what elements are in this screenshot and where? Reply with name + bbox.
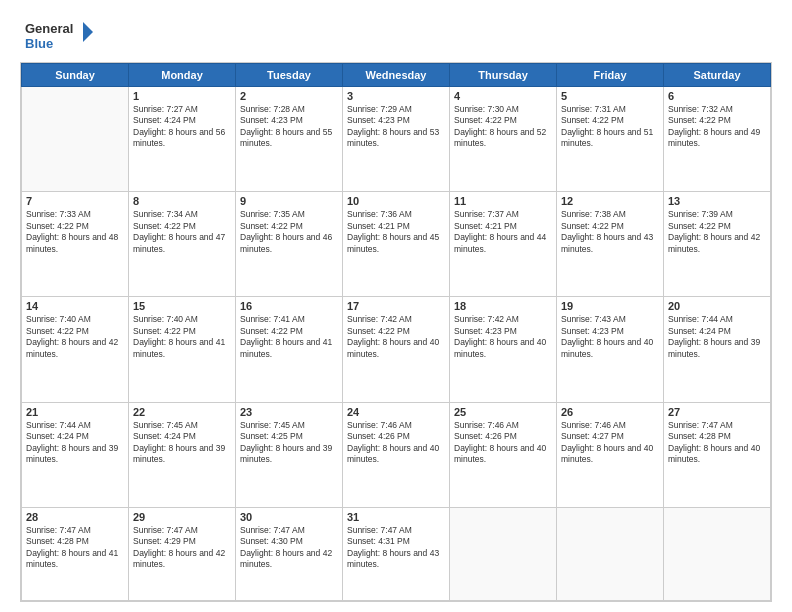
day-header-thursday: Thursday	[450, 64, 557, 87]
header-row: SundayMondayTuesdayWednesdayThursdayFrid…	[22, 64, 771, 87]
cell-details: Sunrise: 7:47 AMSunset: 4:28 PMDaylight:…	[26, 525, 124, 571]
cal-cell: 22Sunrise: 7:45 AMSunset: 4:24 PMDayligh…	[129, 402, 236, 507]
cell-details: Sunrise: 7:45 AMSunset: 4:24 PMDaylight:…	[133, 420, 231, 466]
day-number: 31	[347, 511, 445, 523]
day-number: 18	[454, 300, 552, 312]
day-number: 8	[133, 195, 231, 207]
day-number: 23	[240, 406, 338, 418]
cell-details: Sunrise: 7:40 AMSunset: 4:22 PMDaylight:…	[133, 314, 231, 360]
day-header-saturday: Saturday	[664, 64, 771, 87]
day-number: 2	[240, 90, 338, 102]
cell-details: Sunrise: 7:43 AMSunset: 4:23 PMDaylight:…	[561, 314, 659, 360]
cal-cell: 30Sunrise: 7:47 AMSunset: 4:30 PMDayligh…	[236, 507, 343, 600]
cal-cell: 28Sunrise: 7:47 AMSunset: 4:28 PMDayligh…	[22, 507, 129, 600]
cell-details: Sunrise: 7:45 AMSunset: 4:25 PMDaylight:…	[240, 420, 338, 466]
logo-icon: General Blue	[20, 18, 100, 54]
cal-cell: 7Sunrise: 7:33 AMSunset: 4:22 PMDaylight…	[22, 192, 129, 297]
day-number: 26	[561, 406, 659, 418]
cell-details: Sunrise: 7:30 AMSunset: 4:22 PMDaylight:…	[454, 104, 552, 150]
cell-details: Sunrise: 7:33 AMSunset: 4:22 PMDaylight:…	[26, 209, 124, 255]
cal-cell: 21Sunrise: 7:44 AMSunset: 4:24 PMDayligh…	[22, 402, 129, 507]
cell-details: Sunrise: 7:34 AMSunset: 4:22 PMDaylight:…	[133, 209, 231, 255]
cal-cell: 16Sunrise: 7:41 AMSunset: 4:22 PMDayligh…	[236, 297, 343, 402]
cal-cell: 3Sunrise: 7:29 AMSunset: 4:23 PMDaylight…	[343, 87, 450, 192]
day-header-tuesday: Tuesday	[236, 64, 343, 87]
day-number: 4	[454, 90, 552, 102]
header: General Blue	[20, 18, 772, 54]
cal-cell: 17Sunrise: 7:42 AMSunset: 4:22 PMDayligh…	[343, 297, 450, 402]
day-number: 3	[347, 90, 445, 102]
cell-details: Sunrise: 7:41 AMSunset: 4:22 PMDaylight:…	[240, 314, 338, 360]
day-number: 20	[668, 300, 766, 312]
cell-details: Sunrise: 7:36 AMSunset: 4:21 PMDaylight:…	[347, 209, 445, 255]
day-number: 21	[26, 406, 124, 418]
cal-cell: 13Sunrise: 7:39 AMSunset: 4:22 PMDayligh…	[664, 192, 771, 297]
svg-text:Blue: Blue	[25, 36, 53, 51]
cal-cell	[557, 507, 664, 600]
day-number: 24	[347, 406, 445, 418]
cell-details: Sunrise: 7:44 AMSunset: 4:24 PMDaylight:…	[668, 314, 766, 360]
cell-details: Sunrise: 7:37 AMSunset: 4:21 PMDaylight:…	[454, 209, 552, 255]
cell-details: Sunrise: 7:46 AMSunset: 4:26 PMDaylight:…	[454, 420, 552, 466]
cal-cell: 29Sunrise: 7:47 AMSunset: 4:29 PMDayligh…	[129, 507, 236, 600]
day-header-sunday: Sunday	[22, 64, 129, 87]
logo: General Blue	[20, 18, 100, 54]
day-number: 10	[347, 195, 445, 207]
calendar: SundayMondayTuesdayWednesdayThursdayFrid…	[20, 62, 772, 602]
day-header-monday: Monday	[129, 64, 236, 87]
cal-cell: 9Sunrise: 7:35 AMSunset: 4:22 PMDaylight…	[236, 192, 343, 297]
cell-details: Sunrise: 7:46 AMSunset: 4:26 PMDaylight:…	[347, 420, 445, 466]
cell-details: Sunrise: 7:40 AMSunset: 4:22 PMDaylight:…	[26, 314, 124, 360]
day-number: 27	[668, 406, 766, 418]
cal-cell: 31Sunrise: 7:47 AMSunset: 4:31 PMDayligh…	[343, 507, 450, 600]
day-number: 9	[240, 195, 338, 207]
cell-details: Sunrise: 7:28 AMSunset: 4:23 PMDaylight:…	[240, 104, 338, 150]
cal-cell: 12Sunrise: 7:38 AMSunset: 4:22 PMDayligh…	[557, 192, 664, 297]
day-number: 14	[26, 300, 124, 312]
week-row-5: 28Sunrise: 7:47 AMSunset: 4:28 PMDayligh…	[22, 507, 771, 600]
cal-cell	[664, 507, 771, 600]
cal-cell: 26Sunrise: 7:46 AMSunset: 4:27 PMDayligh…	[557, 402, 664, 507]
cal-cell: 6Sunrise: 7:32 AMSunset: 4:22 PMDaylight…	[664, 87, 771, 192]
cell-details: Sunrise: 7:32 AMSunset: 4:22 PMDaylight:…	[668, 104, 766, 150]
day-header-friday: Friday	[557, 64, 664, 87]
cell-details: Sunrise: 7:27 AMSunset: 4:24 PMDaylight:…	[133, 104, 231, 150]
cal-cell: 11Sunrise: 7:37 AMSunset: 4:21 PMDayligh…	[450, 192, 557, 297]
cell-details: Sunrise: 7:29 AMSunset: 4:23 PMDaylight:…	[347, 104, 445, 150]
cal-cell	[450, 507, 557, 600]
cell-details: Sunrise: 7:46 AMSunset: 4:27 PMDaylight:…	[561, 420, 659, 466]
cal-cell: 10Sunrise: 7:36 AMSunset: 4:21 PMDayligh…	[343, 192, 450, 297]
cal-cell: 18Sunrise: 7:42 AMSunset: 4:23 PMDayligh…	[450, 297, 557, 402]
page: General Blue SundayMondayTuesdayWednesda…	[0, 0, 792, 612]
cal-cell: 23Sunrise: 7:45 AMSunset: 4:25 PMDayligh…	[236, 402, 343, 507]
week-row-1: 1Sunrise: 7:27 AMSunset: 4:24 PMDaylight…	[22, 87, 771, 192]
cell-details: Sunrise: 7:42 AMSunset: 4:23 PMDaylight:…	[454, 314, 552, 360]
cal-cell: 15Sunrise: 7:40 AMSunset: 4:22 PMDayligh…	[129, 297, 236, 402]
day-number: 28	[26, 511, 124, 523]
cell-details: Sunrise: 7:47 AMSunset: 4:31 PMDaylight:…	[347, 525, 445, 571]
day-header-wednesday: Wednesday	[343, 64, 450, 87]
week-row-2: 7Sunrise: 7:33 AMSunset: 4:22 PMDaylight…	[22, 192, 771, 297]
cal-cell: 1Sunrise: 7:27 AMSunset: 4:24 PMDaylight…	[129, 87, 236, 192]
cell-details: Sunrise: 7:42 AMSunset: 4:22 PMDaylight:…	[347, 314, 445, 360]
cal-cell: 14Sunrise: 7:40 AMSunset: 4:22 PMDayligh…	[22, 297, 129, 402]
cal-cell: 2Sunrise: 7:28 AMSunset: 4:23 PMDaylight…	[236, 87, 343, 192]
day-number: 30	[240, 511, 338, 523]
calendar-table: SundayMondayTuesdayWednesdayThursdayFrid…	[21, 63, 771, 601]
svg-marker-2	[83, 22, 93, 42]
svg-text:General: General	[25, 21, 73, 36]
cal-cell: 4Sunrise: 7:30 AMSunset: 4:22 PMDaylight…	[450, 87, 557, 192]
day-number: 11	[454, 195, 552, 207]
day-number: 16	[240, 300, 338, 312]
week-row-3: 14Sunrise: 7:40 AMSunset: 4:22 PMDayligh…	[22, 297, 771, 402]
cal-cell: 24Sunrise: 7:46 AMSunset: 4:26 PMDayligh…	[343, 402, 450, 507]
day-number: 13	[668, 195, 766, 207]
day-number: 7	[26, 195, 124, 207]
cal-cell: 27Sunrise: 7:47 AMSunset: 4:28 PMDayligh…	[664, 402, 771, 507]
day-number: 12	[561, 195, 659, 207]
week-row-4: 21Sunrise: 7:44 AMSunset: 4:24 PMDayligh…	[22, 402, 771, 507]
day-number: 25	[454, 406, 552, 418]
cell-details: Sunrise: 7:38 AMSunset: 4:22 PMDaylight:…	[561, 209, 659, 255]
cal-cell: 5Sunrise: 7:31 AMSunset: 4:22 PMDaylight…	[557, 87, 664, 192]
day-number: 22	[133, 406, 231, 418]
